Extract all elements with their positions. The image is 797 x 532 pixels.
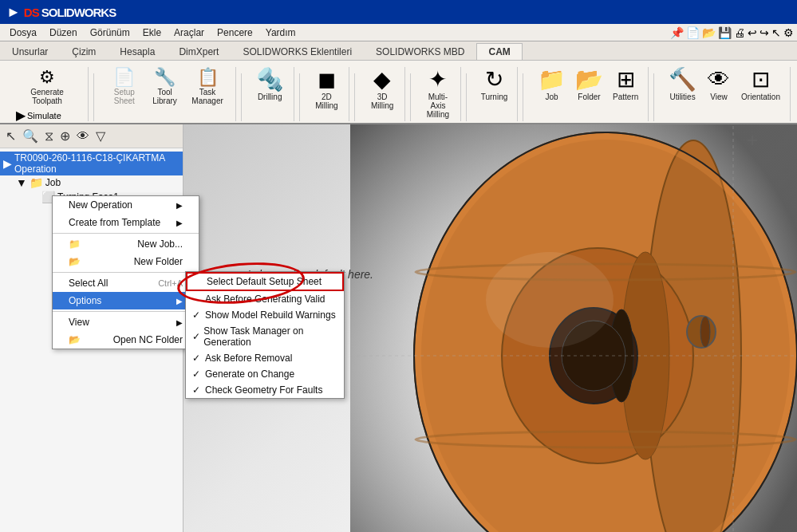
ctx-options[interactable]: Options ▶ xyxy=(53,292,199,309)
print-icon[interactable]: 🖨 xyxy=(734,26,745,39)
drilling-btn[interactable]: 🔩 Drilling xyxy=(253,67,287,103)
arrow-tool-btn[interactable]: ↖ xyxy=(3,127,18,145)
ctx-show-model-rebuild[interactable]: ✓ Show Model Rebuild Warnings xyxy=(186,307,344,323)
ctx-open-nc[interactable]: 📂 Open NC Folder xyxy=(53,331,199,349)
folder-btn[interactable]: 📂 Folder xyxy=(572,67,606,103)
menu-ekle[interactable]: Ekle xyxy=(136,26,168,40)
sep4 xyxy=(354,73,355,121)
ctx-select-default-setup[interactable]: Select Default Setup Sheet xyxy=(186,272,344,291)
ctx-new-folder[interactable]: 📂 New Folder xyxy=(53,253,199,270)
titlebar: ► DS SOLIDWORKS xyxy=(0,0,797,24)
pin-icon[interactable]: 📌 xyxy=(670,26,684,39)
ctx-view[interactable]: View ▶ xyxy=(53,313,199,331)
tree-root-item[interactable]: ▶ TR0090-260-1116-C18-ÇIKARTMA Operation xyxy=(0,152,183,175)
pattern-btn[interactable]: ⊞ Pattern xyxy=(610,67,641,103)
sep2 xyxy=(241,73,242,121)
ctx-view-arrow: ▶ xyxy=(176,318,183,327)
left-toolbar: ↖ 🔍 ⧖ ⊕ 👁 ▽ xyxy=(0,124,183,148)
redo-icon[interactable]: ↪ xyxy=(760,26,769,39)
tab-cam[interactable]: CAM xyxy=(476,43,522,60)
setup-sheet-btn[interactable]: 📄 Setup Sheet xyxy=(105,67,144,107)
tab-sw-mbd[interactable]: SOLIDWORKS MBD xyxy=(364,43,476,60)
context-menu-options: Select Default Setup Sheet Ask Before Ge… xyxy=(185,271,345,399)
simulate-btn[interactable]: ▶ Simulate xyxy=(13,107,81,124)
utilities-btn[interactable]: 🔨 Utilities xyxy=(665,67,700,103)
cursor-icon[interactable]: ↖ xyxy=(771,26,781,39)
drilling-label: Drilling xyxy=(258,93,282,101)
ctx-create-from-template-label: Create from Template xyxy=(69,217,160,228)
ctx-new-job-icon: 📁 xyxy=(69,238,81,250)
tab-hesapla[interactable]: Hesapla xyxy=(108,43,167,60)
ctx-new-operation[interactable]: New Operation ▶ xyxy=(53,196,199,214)
ctx-ask-before-removal-check: ✓ xyxy=(192,353,205,364)
tool-library-btn[interactable]: 🔧 Tool Library xyxy=(147,67,183,107)
view-btn[interactable]: 👁 View xyxy=(703,67,735,103)
menu-gorunum[interactable]: Görünüm xyxy=(84,26,136,40)
orientation-btn[interactable]: ⊡ Orientation xyxy=(738,67,783,103)
2d-milling-btn[interactable]: ◼ 2DMilling xyxy=(310,67,342,112)
menu-duzen[interactable]: Düzen xyxy=(43,26,84,40)
sep1 xyxy=(93,73,94,121)
new-doc-icon[interactable]: 📄 xyxy=(686,26,700,39)
ctx-ask-before-removal[interactable]: ✓ Ask Before Removal xyxy=(186,350,344,366)
tree-job-expand-icon: ▼ xyxy=(16,176,27,189)
2d-milling-icon: ◼ xyxy=(318,69,336,91)
menu-yardim[interactable]: Yardım xyxy=(259,26,302,40)
ribbon-group-generate: ⚙ GenerateToolpath ▶ Simulate 📊 Stock Si… xyxy=(6,67,89,121)
ctx-select-all[interactable]: Select All Ctrl+A xyxy=(53,274,199,292)
tool-library-label: Tool Library xyxy=(150,88,180,105)
ds-logo: ► DS SOLIDWORKS xyxy=(6,4,116,21)
turning-btn[interactable]: ↻ Turning xyxy=(478,67,511,103)
ctx-ask-before-generating-label: Ask Before Generating Valid xyxy=(205,294,326,305)
eye-tool-btn[interactable]: 👁 xyxy=(74,128,92,145)
zoom-tool-btn[interactable]: 🔍 xyxy=(20,127,41,145)
ribbon-group-drilling: 🔩 Drilling xyxy=(247,67,294,121)
ctx-new-folder-label: New Folder xyxy=(134,256,183,267)
simulate-label: Simulate xyxy=(27,111,61,120)
ctx-sep3 xyxy=(53,311,199,312)
ctx-generate-on-change[interactable]: ✓ Generate on Change xyxy=(186,366,344,382)
ctx-check-geometry[interactable]: ✓ Check Geometry For Faults xyxy=(186,382,344,398)
ctx-options-arrow: ▶ xyxy=(176,297,183,305)
menu-pencere[interactable]: Pencere xyxy=(211,26,259,40)
open-icon[interactable]: 📂 xyxy=(702,26,716,39)
options-icon[interactable]: ⚙ xyxy=(783,26,794,39)
utilities-label: Utilities xyxy=(669,93,695,101)
menu-dosya[interactable]: Dosya xyxy=(3,26,43,40)
job-label: Job xyxy=(545,93,558,101)
save-icon[interactable]: 💾 xyxy=(718,26,732,39)
funnel-tool-btn[interactable]: ▽ xyxy=(93,127,108,145)
task-manager-btn[interactable]: 📋 Task Manager xyxy=(186,67,229,107)
undo-icon[interactable]: ↩ xyxy=(748,26,757,39)
ribbon-group-turning: ↻ Turning xyxy=(471,67,519,121)
turning-icon: ↻ xyxy=(485,69,503,91)
tab-unsurlar[interactable]: Unsurlar xyxy=(0,43,60,60)
setup-sheet-icon: 📄 xyxy=(113,69,135,86)
ctx-new-job[interactable]: 📁 New Job... xyxy=(53,235,199,253)
sep6 xyxy=(466,73,467,121)
ctx-select-default-label: Select Default Setup Sheet xyxy=(207,276,322,287)
tree-job-item[interactable]: ▼ 📁 Job xyxy=(13,175,183,190)
tab-cizim[interactable]: Çizim xyxy=(60,43,108,60)
ctx-new-operation-arrow: ▶ xyxy=(176,201,183,210)
ctx-create-from-template[interactable]: Create from Template ▶ xyxy=(53,214,199,231)
2d-milling-label: 2DMilling xyxy=(315,93,337,110)
generate-toolpath-btn[interactable]: ⚙ GenerateToolpath xyxy=(27,67,67,107)
pattern-icon: ⊞ xyxy=(617,69,635,91)
ribbon-content: ⚙ GenerateToolpath ▶ Simulate 📊 Stock Si… xyxy=(0,61,797,123)
multi-axis-btn[interactable]: ✦ Multi-AxisMilling xyxy=(422,67,454,120)
tree-job-label: Job xyxy=(45,177,61,188)
menu-araclar[interactable]: Araçlar xyxy=(168,26,211,40)
job-btn[interactable]: 📁 Job xyxy=(535,67,569,103)
ribbon-group-job: 📁 Job 📂 Folder ⊞ Pattern xyxy=(528,67,649,121)
filter-tool-btn[interactable]: ⧖ xyxy=(42,128,56,145)
tab-dimxpert[interactable]: DimXpert xyxy=(167,43,231,60)
generate-label: GenerateToolpath xyxy=(30,88,64,105)
3d-milling-icon: ◆ xyxy=(373,69,391,91)
tab-sw-eklentileri[interactable]: SOLIDWORKS Eklentileri xyxy=(231,43,364,60)
sep8 xyxy=(653,73,654,121)
target-tool-btn[interactable]: ⊕ xyxy=(57,127,73,145)
ctx-show-task-manager[interactable]: ✓ Show Task Manager on Generation xyxy=(186,323,344,350)
3d-milling-btn[interactable]: ◆ 3DMilling xyxy=(366,67,398,112)
ctx-ask-before-generating[interactable]: Ask Before Generating Valid xyxy=(186,291,344,307)
